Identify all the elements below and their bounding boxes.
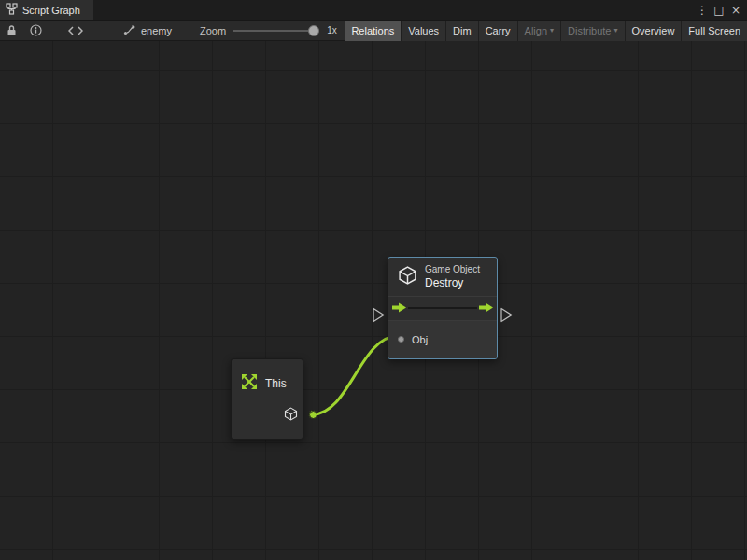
relations-button[interactable]: Relations [345,21,401,41]
align-button[interactable]: Align ▾ [518,21,560,41]
obj-input-port[interactable] [398,336,404,343]
window-menu-button[interactable]: ⋮ [695,4,710,17]
dim-label: Dim [453,25,472,36]
close-button[interactable]: × [728,4,743,17]
dropdown-caret-icon: ▾ [614,26,618,35]
carry-button[interactable]: Carry [479,21,517,41]
distribute-label: Distribute [568,25,611,36]
dropdown-caret-icon: ▾ [550,26,554,35]
tab-title: Script Graph [22,5,80,16]
input-port-label: Obj [412,334,428,345]
connection-wire[interactable] [313,336,398,414]
maximize-button[interactable]: □ [712,4,726,17]
gameobject-cube-icon [398,266,417,288]
self-output-port[interactable] [309,411,317,419]
graph-canvas[interactable]: This Game Object [0,41,747,560]
zoom-label: Zoom [200,25,226,36]
graph-toolbar: enemy Zoom 1x Relations Values Dim Carry [0,21,747,41]
info-button[interactable] [23,21,49,41]
tab-script-graph[interactable]: Script Graph [0,0,93,20]
zoom-slider-handle[interactable] [308,25,319,36]
zoom-control: Zoom 1x [200,25,337,36]
relations-label: Relations [351,25,394,36]
flow-in-arrow-icon[interactable] [392,300,406,316]
angle-brackets-button[interactable] [62,21,90,41]
zoom-slider-track [233,30,319,32]
distribute-button[interactable]: Distribute ▾ [561,21,624,41]
graph-name: enemy [141,25,172,36]
flow-row [388,296,497,320]
destroy-node-header: Game Object Destroy [388,258,497,296]
lock-button[interactable] [0,21,23,41]
flow-input-triangle-icon[interactable] [374,309,384,322]
node-this[interactable]: This [231,358,303,440]
graph-breadcrumb[interactable]: enemy [123,24,172,37]
this-icon [240,372,259,395]
flow-line [408,307,477,309]
window-controls: ⋮ □ × [695,0,747,20]
node-title: Destroy [425,276,480,290]
values-button[interactable]: Values [402,21,445,41]
values-label: Values [408,25,439,36]
node-title: This [265,377,287,390]
titlebar: Script Graph ⋮ □ × [0,0,747,21]
script-graph-asset-icon [123,24,136,37]
graph-overlay [0,41,747,560]
flow-output-triangle-icon[interactable] [501,309,512,322]
node-category: Game Object [425,264,480,276]
carry-label: Carry [486,25,511,36]
script-graph-window: Script Graph ⋮ □ × [0,0,747,560]
node-destroy[interactable]: Game Object Destroy O [388,257,498,359]
dim-button[interactable]: Dim [446,21,478,41]
fullscreen-label: Full Screen [688,25,740,36]
overview-label: Overview [632,25,675,36]
this-node-header: This [240,372,303,395]
gameobject-cube-icon [284,407,298,425]
zoom-value: 1x [327,25,337,35]
zoom-slider[interactable] [233,25,319,36]
fullscreen-button[interactable]: Full Screen [682,21,747,41]
overview-button[interactable]: Overview [626,21,682,41]
flow-out-arrow-icon[interactable] [479,300,493,316]
script-graph-tab-icon [6,3,18,17]
input-port-row: Obj [388,320,497,359]
align-label: Align [525,25,547,36]
toolbar-button-group: Relations Values Dim Carry Align ▾ Distr… [345,21,747,41]
